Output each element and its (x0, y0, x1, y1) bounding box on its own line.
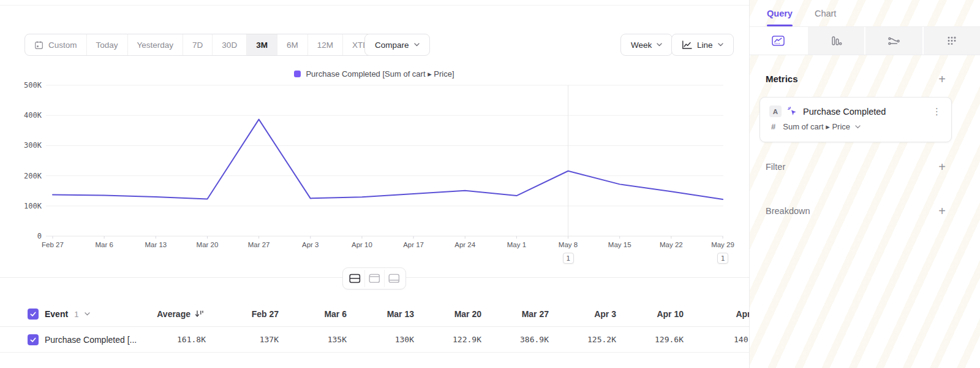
chevron-down-icon (855, 125, 861, 129)
chevron-down-icon (657, 43, 662, 47)
metric-property-selector[interactable]: # Sum of cart ▸ Price (769, 122, 942, 131)
metric-letter-badge: A (769, 105, 782, 117)
chevron-down-icon[interactable] (85, 312, 90, 316)
svg-text:Mar 13: Mar 13 (145, 241, 167, 248)
svg-text:Apr 10: Apr 10 (352, 241, 372, 248)
event-click-icon (787, 106, 797, 117)
date-range-label: Custom (48, 40, 77, 50)
add-metric-button[interactable]: + (938, 74, 946, 84)
query-panel: Query Chart Metrics + A Purchase Complet… (749, 0, 980, 368)
layout-chart-only-button[interactable] (364, 270, 384, 287)
table-cell-value: 135K (328, 327, 347, 352)
table-column-header[interactable]: Feb 27 (252, 302, 279, 326)
add-filter-button[interactable]: + (938, 162, 946, 172)
row-checkbox[interactable] (28, 334, 39, 345)
chart-type-bar-tab[interactable] (807, 27, 865, 55)
row-label: Purchase Completed [... (45, 335, 137, 345)
table-column-header[interactable]: Apr 3 (594, 302, 616, 326)
kebab-menu-icon[interactable]: ⋮ (932, 106, 942, 117)
table-column-header[interactable]: Apr 10 (657, 302, 684, 326)
calendar-icon (34, 40, 43, 50)
legend-swatch (294, 71, 301, 77)
results-table: Event 1 Average Feb 27Mar 6Mar 13Mar 20M… (0, 302, 749, 353)
table-column-header[interactable]: Mar 6 (324, 302, 347, 326)
svg-text:0: 0 (37, 232, 42, 240)
svg-text:100K: 100K (24, 202, 42, 210)
metric-card[interactable]: A Purchase Completed ⋮ # Sum of cart ▸ P… (760, 97, 952, 142)
table-header-row: Event 1 Average Feb 27Mar 6Mar 13Mar 20M… (0, 302, 749, 327)
svg-text:May 29: May 29 (711, 241, 734, 248)
chart-type-button[interactable]: Line (671, 34, 734, 56)
table-cell-value: 140.3K (734, 327, 749, 352)
table-column-header[interactable]: Mar 20 (454, 302, 481, 326)
report-canvas: Custom Today Yesterday 7D 30D 3M 6M 12M … (0, 0, 749, 368)
top-divider (0, 5, 749, 6)
svg-text:Apr 24: Apr 24 (454, 241, 475, 248)
date-range-yesterday[interactable]: Yesterday (127, 34, 183, 55)
table-column-header[interactable]: Mar 27 (522, 302, 549, 326)
table-cell-value: 125.2K (587, 327, 616, 352)
chart-type-flows-tab[interactable] (864, 27, 922, 55)
breakdown-section-header: Breakdown + (766, 206, 946, 216)
bar-chart-icon (830, 35, 842, 47)
average-column-header[interactable]: Average (157, 302, 190, 326)
svg-text:Apr 17: Apr 17 (403, 241, 424, 248)
svg-text:500K: 500K (24, 81, 42, 90)
annotation-count-badge[interactable]: 1 (563, 253, 574, 264)
event-header: Event (45, 309, 68, 319)
annotation-count-badge[interactable]: 1 (717, 253, 728, 264)
layout-split-button[interactable] (345, 270, 364, 287)
metrics-title: Metrics (766, 74, 798, 84)
svg-text:May 8: May 8 (559, 241, 578, 248)
chart-type-more-tab[interactable] (922, 27, 980, 55)
table-cell-value: 137K (260, 327, 279, 352)
average-value: 161.8K (177, 327, 206, 352)
breakdown-title: Breakdown (766, 206, 810, 216)
chart-type-switcher (750, 27, 980, 55)
table-cell-value: 130K (395, 327, 414, 352)
sort-descending-icon[interactable] (195, 310, 204, 321)
chart-legend: Purchase Completed [Sum of cart ▸ Price] (0, 69, 748, 79)
metric-name: Purchase Completed (803, 107, 886, 117)
table-cell-value: 386.9K (520, 327, 549, 352)
granularity-button[interactable]: Week (620, 34, 673, 56)
svg-text:Feb 27: Feb 27 (42, 241, 64, 248)
metric-property: Sum of cart ▸ Price (783, 122, 850, 131)
legend-label: Purchase Completed [Sum of cart ▸ Price] (306, 69, 454, 79)
date-range-picker: Custom Today Yesterday 7D 30D 3M 6M 12M … (24, 34, 389, 56)
add-breakdown-button[interactable]: + (938, 206, 946, 216)
metrics-section-header: Metrics + (766, 74, 946, 84)
select-all-checkbox[interactable] (28, 309, 39, 320)
svg-text:Mar 6: Mar 6 (95, 241, 113, 248)
grid-dots-icon (946, 35, 958, 47)
svg-text:Mar 27: Mar 27 (248, 241, 270, 248)
table-cell-value: 122.9K (453, 327, 481, 352)
table-cell-value: 129.6K (655, 327, 684, 352)
event-count: 1 (74, 310, 78, 319)
date-range-7d[interactable]: 7D (183, 34, 212, 55)
table-row[interactable]: Purchase Completed [... 161.8K 137K135K1… (0, 327, 749, 353)
chart-type-insights-tab[interactable] (750, 27, 807, 55)
compare-button[interactable]: Compare (364, 34, 430, 56)
insights-line-icon (772, 35, 785, 47)
line-chart-svg[interactable]: 0100K200K300K400K500KFeb 27Mar 6Mar 13Ma… (0, 80, 748, 264)
tab-query[interactable]: Query (767, 0, 793, 26)
line-chart-icon (682, 40, 692, 50)
svg-text:May 15: May 15 (608, 241, 631, 248)
date-range-30d[interactable]: 30D (212, 34, 246, 55)
date-range-12m[interactable]: 12M (307, 34, 342, 55)
date-range-today[interactable]: Today (86, 34, 127, 55)
date-range-6m[interactable]: 6M (277, 34, 307, 55)
layout-table-only-button[interactable] (384, 270, 404, 287)
date-range-3m-selected[interactable]: 3M (246, 34, 277, 55)
svg-text:300K: 300K (24, 141, 42, 150)
chevron-down-icon (718, 43, 723, 47)
tab-chart[interactable]: Chart (815, 0, 836, 26)
svg-text:400K: 400K (24, 111, 42, 120)
date-range-custom[interactable]: Custom (25, 34, 86, 55)
svg-text:May 22: May 22 (660, 241, 683, 248)
bottom-view-icon (388, 274, 400, 283)
table-column-header[interactable]: Apr 17 (736, 302, 749, 326)
table-column-header[interactable]: Mar 13 (387, 302, 414, 326)
svg-text:200K: 200K (24, 172, 42, 180)
